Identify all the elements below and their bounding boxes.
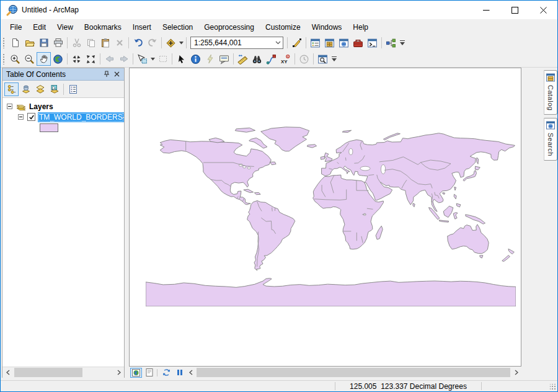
close-icon[interactable] — [112, 69, 122, 79]
fixed-zoom-in-button[interactable] — [69, 52, 84, 66]
maximize-button[interactable] — [500, 1, 529, 19]
scroll-right-icon[interactable] — [511, 367, 521, 378]
arcmap-logo-icon[interactable] — [6, 4, 18, 16]
layer-visibility-checkbox[interactable] — [27, 113, 35, 121]
menu-geoprocessing[interactable]: Geoprocessing — [198, 21, 260, 33]
refresh-icon — [162, 368, 170, 376]
select-features-dropdown[interactable] — [149, 52, 156, 66]
toolbar-overflow-button[interactable] — [398, 36, 407, 50]
tab-search[interactable]: Search — [544, 118, 557, 161]
pause-drawing-button[interactable] — [174, 368, 185, 378]
delete-button[interactable] — [112, 36, 126, 50]
forward-extent-button[interactable] — [117, 52, 131, 66]
measure-button[interactable] — [236, 52, 250, 66]
pan-button[interactable] — [37, 52, 51, 66]
cut-button[interactable] — [69, 36, 84, 50]
refresh-button[interactable] — [161, 368, 172, 378]
toc-hscroll-track[interactable] — [13, 367, 113, 378]
menu-view[interactable]: View — [51, 21, 79, 33]
minimize-button[interactable] — [472, 1, 500, 19]
add-data-dropdown[interactable] — [178, 36, 184, 50]
toolbar-grip[interactable] — [2, 37, 6, 48]
map-scale-combo[interactable]: 1:255,644,001 — [190, 37, 283, 49]
fixed-zoom-out-button[interactable] — [84, 52, 98, 66]
menu-customize[interactable]: Customize — [260, 21, 306, 33]
catalog-window-button[interactable] — [322, 36, 337, 50]
open-button[interactable] — [22, 36, 37, 50]
menu-insert[interactable]: Insert — [127, 21, 157, 33]
list-by-drawing-order-button[interactable] — [4, 82, 19, 96]
select-elements-button[interactable] — [174, 52, 188, 66]
collapse-layers-icon[interactable] — [7, 104, 12, 109]
go-to-xy-button[interactable]: XY — [278, 52, 293, 66]
fixed-zoom-in-icon — [72, 55, 81, 64]
list-by-selection-icon — [50, 84, 60, 94]
table-of-contents-window-button[interactable] — [308, 36, 322, 50]
resize-grip[interactable] — [550, 384, 556, 390]
copy-button[interactable] — [84, 36, 98, 50]
save-button[interactable] — [37, 36, 51, 50]
find-route-button[interactable] — [264, 52, 278, 66]
python-window-button[interactable] — [365, 36, 379, 50]
select-elements-icon — [177, 55, 186, 64]
time-slider-button[interactable] — [297, 52, 311, 66]
full-extent-icon — [53, 54, 63, 65]
layer-name-selected[interactable]: TM_WORLD_BORDERS-0. — [38, 112, 124, 122]
layers-root-label[interactable]: Layers — [29, 102, 53, 111]
data-view-button[interactable] — [130, 368, 142, 378]
modelbuilder-button[interactable] — [384, 36, 398, 50]
undo-button[interactable] — [131, 36, 145, 50]
full-extent-button[interactable] — [51, 52, 65, 66]
editor-toolbar-button[interactable] — [290, 36, 304, 50]
back-extent-button[interactable] — [102, 52, 117, 66]
collapse-layer-icon[interactable] — [18, 114, 24, 120]
dock-tabs: Catalog Search — [544, 70, 557, 161]
new-document-button[interactable] — [8, 36, 22, 50]
chevron-down-icon[interactable] — [273, 41, 283, 45]
layout-view-button[interactable] — [143, 368, 155, 378]
list-by-drawing-order-icon — [7, 84, 17, 94]
menu-windows[interactable]: Windows — [306, 21, 348, 33]
toolbar-grip[interactable] — [2, 53, 6, 65]
find-button[interactable] — [250, 52, 264, 66]
tab-catalog[interactable]: Catalog — [544, 70, 557, 115]
zoom-out-button[interactable] — [22, 52, 37, 66]
clear-selection-button[interactable] — [156, 52, 170, 66]
paste-button[interactable] — [98, 36, 112, 50]
arctoolbox-button[interactable] — [351, 36, 365, 50]
menu-selection[interactable]: Selection — [157, 21, 198, 33]
menu-edit[interactable]: Edit — [27, 21, 51, 33]
search-window-button[interactable] — [337, 36, 351, 50]
scroll-left-icon[interactable] — [2, 367, 13, 378]
list-by-source-button[interactable] — [19, 82, 33, 96]
layer-symbol-swatch[interactable] — [40, 123, 58, 132]
zoom-in-button[interactable] — [8, 52, 22, 66]
print-button[interactable] — [51, 36, 65, 50]
redo-button[interactable] — [145, 36, 159, 50]
html-popup-button[interactable] — [217, 52, 231, 66]
panel-splitter[interactable] — [125, 68, 129, 378]
list-by-visibility-button[interactable] — [33, 82, 47, 96]
toolbar-overflow-icon — [332, 56, 337, 62]
map-hscroll-thumb[interactable] — [197, 368, 510, 377]
toc-hscroll-thumb[interactable] — [14, 368, 82, 377]
menu-bookmarks[interactable]: Bookmarks — [79, 21, 127, 33]
select-features-button[interactable] — [135, 52, 149, 66]
scroll-right-icon[interactable] — [113, 367, 124, 378]
viewer-window-button[interactable] — [316, 52, 330, 66]
paste-icon — [100, 38, 110, 48]
hyperlink-button[interactable] — [203, 52, 217, 66]
list-by-selection-button[interactable] — [47, 82, 61, 96]
map-canvas[interactable] — [129, 68, 521, 367]
menu-file[interactable]: File — [4, 21, 27, 33]
map-hscroll-track[interactable] — [196, 367, 511, 378]
close-button[interactable] — [529, 1, 557, 19]
toolbar-overflow-button[interactable] — [330, 52, 339, 66]
identify-button[interactable] — [188, 52, 203, 66]
menu-help[interactable]: Help — [347, 21, 374, 33]
add-data-button[interactable] — [164, 36, 178, 50]
scroll-left-icon[interactable] — [185, 367, 196, 378]
pin-icon[interactable] — [102, 69, 112, 79]
coordinate-readout: 125.005 123.337 Decimal Degrees — [335, 382, 481, 391]
toc-options-button[interactable] — [66, 82, 80, 96]
